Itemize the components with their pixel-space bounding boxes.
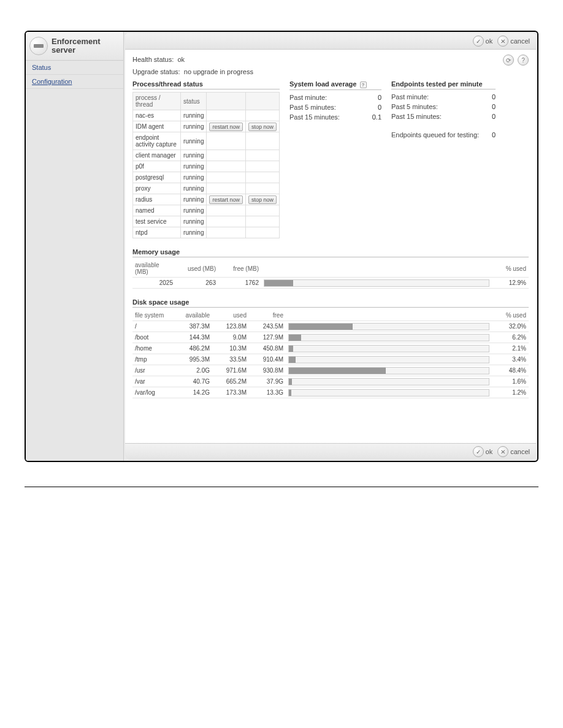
epm-value: 0 <box>481 113 496 120</box>
process-name: nac-es <box>133 110 181 121</box>
sidebar-header: Enforcement server <box>26 32 123 61</box>
mem-bar <box>264 279 489 287</box>
process-name: p0f <box>133 161 181 172</box>
mem-available: 2025 <box>132 278 175 289</box>
table-row: postgresqlrunning <box>133 172 280 183</box>
table-row: /tmp995.3M33.5M910.4M3.4% <box>132 354 529 365</box>
cancel-label: cancel <box>510 448 530 455</box>
table-row: radiusrunningrestart nowstop now <box>133 194 280 205</box>
help-icon[interactable]: ? <box>518 55 529 66</box>
load-value: 0.1 <box>367 113 381 121</box>
mem-col-available: available (MB) <box>132 260 175 278</box>
process-status: running <box>181 132 207 150</box>
process-name: named <box>133 205 181 216</box>
table-row: /usr2.0G971.6M930.8M48.4% <box>132 365 529 376</box>
disk-bar <box>288 323 489 330</box>
epm-section: Endpoints tested per minute Past minute:… <box>391 80 496 238</box>
check-icon: ✓ <box>473 36 484 47</box>
disk-available: 387.3M <box>175 321 212 332</box>
process-status: running <box>181 110 207 121</box>
disk-used: 9.0M <box>212 332 249 343</box>
stop-button[interactable]: stop now <box>248 123 277 131</box>
cancel-button-bottom[interactable]: ✕ cancel <box>497 446 530 457</box>
process-section: Process/thread status process / thread s… <box>132 80 280 238</box>
disk-title: Disk space usage <box>132 298 529 308</box>
disk-used: 971.6M <box>212 365 249 376</box>
table-row: nac-esrunning <box>133 110 280 121</box>
stop-button[interactable]: stop now <box>248 195 277 204</box>
bottom-toolbar: ✓ ok ✕ cancel <box>125 443 536 460</box>
sidebar-item-status[interactable]: Status <box>26 61 123 75</box>
disk-pct: 2.1% <box>492 343 529 354</box>
disk-used: 123.8M <box>212 321 249 332</box>
disk-free: 13.3G <box>249 387 286 398</box>
help-icon-small[interactable]: ? <box>360 82 367 88</box>
disk-bar <box>288 367 489 374</box>
ok-button-top[interactable]: ✓ ok <box>473 36 493 47</box>
memory-table: available (MB) used (MB) free (MB) % use… <box>132 260 529 289</box>
disk-free: 930.8M <box>249 365 286 376</box>
process-name: test service <box>133 216 181 227</box>
close-icon: ✕ <box>497 446 508 457</box>
process-status: running <box>181 194 207 205</box>
kv-row: Past 5 minutes:0 <box>391 102 496 112</box>
restart-button[interactable]: restart now <box>209 195 243 204</box>
epm-queued-value: 0 <box>481 131 496 138</box>
disk-used: 173.3M <box>212 387 249 398</box>
process-title: Process/thread status <box>132 80 280 89</box>
table-row: test servicerunning <box>133 216 280 227</box>
sidebar-item-configuration[interactable]: Configuration <box>26 75 123 89</box>
ok-button-bottom[interactable]: ✓ ok <box>473 446 493 457</box>
load-value: 0 <box>367 104 381 111</box>
cancel-button-top[interactable]: ✕ cancel <box>497 36 530 47</box>
load-value: 0 <box>367 94 381 101</box>
disk-col-pct: % used <box>492 310 529 321</box>
disk-free: 910.4M <box>249 354 286 365</box>
process-status: running <box>181 150 207 161</box>
memory-title: Memory usage <box>132 248 529 257</box>
restart-button[interactable]: restart now <box>209 123 243 131</box>
table-row: /home486.2M10.3M450.8M2.1% <box>132 343 529 354</box>
table-row: IDM agentrunningrestart nowstop now <box>133 121 280 132</box>
process-status: running <box>181 216 207 227</box>
disk-fs: / <box>132 321 175 332</box>
memory-section: Memory usage available (MB) used (MB) fr… <box>132 248 529 289</box>
process-name: endpoint activity capture <box>133 132 181 150</box>
close-icon: ✕ <box>497 36 508 47</box>
disk-used: 33.5M <box>212 354 249 365</box>
sidebar-title-line1: Enforcement <box>52 37 100 46</box>
disk-pct: 3.4% <box>492 354 529 365</box>
disk-free: 127.9M <box>249 332 286 343</box>
disk-bar <box>288 345 489 352</box>
refresh-icon[interactable]: ⟳ <box>503 55 514 66</box>
main-panel: ✓ ok ✕ cancel ⟳ ? Health status: <box>125 33 536 460</box>
process-col-status: status <box>181 93 207 110</box>
ok-label: ok <box>486 448 493 455</box>
table-row: /387.3M123.8M243.5M32.0% <box>132 321 529 332</box>
process-status: running <box>181 183 207 194</box>
epm-value: 0 <box>481 103 496 110</box>
disk-bar <box>288 389 489 396</box>
process-status: running <box>181 161 207 172</box>
disk-pct: 1.6% <box>492 376 529 387</box>
process-name: proxy <box>133 183 181 194</box>
load-label: Past 5 minutes: <box>289 104 336 111</box>
upgrade-value: no upgrade in progress <box>184 68 253 75</box>
disk-col-fs: file system <box>132 310 175 321</box>
mem-free: 1762 <box>218 278 261 289</box>
mem-used: 263 <box>175 278 218 289</box>
content-area: ⟳ ? Health status: ok Upgrade status: no… <box>125 50 536 443</box>
disk-pct: 1.2% <box>492 387 529 398</box>
mem-col-pct: % used <box>492 260 529 278</box>
check-icon: ✓ <box>473 446 484 457</box>
epm-label: Past 15 minutes: <box>391 113 442 120</box>
table-row: /var40.7G665.2M37.9G1.6% <box>132 376 529 387</box>
load-label: Past minute: <box>289 94 327 101</box>
disk-pct: 6.2% <box>492 332 529 343</box>
mem-col-used: used (MB) <box>175 260 218 278</box>
epm-label: Past 5 minutes: <box>391 103 438 110</box>
upgrade-label: Upgrade status: <box>132 68 180 75</box>
health-value: ok <box>177 56 185 63</box>
kv-row: Past minute:0 <box>289 93 381 102</box>
process-col-name: process / thread <box>133 93 181 110</box>
